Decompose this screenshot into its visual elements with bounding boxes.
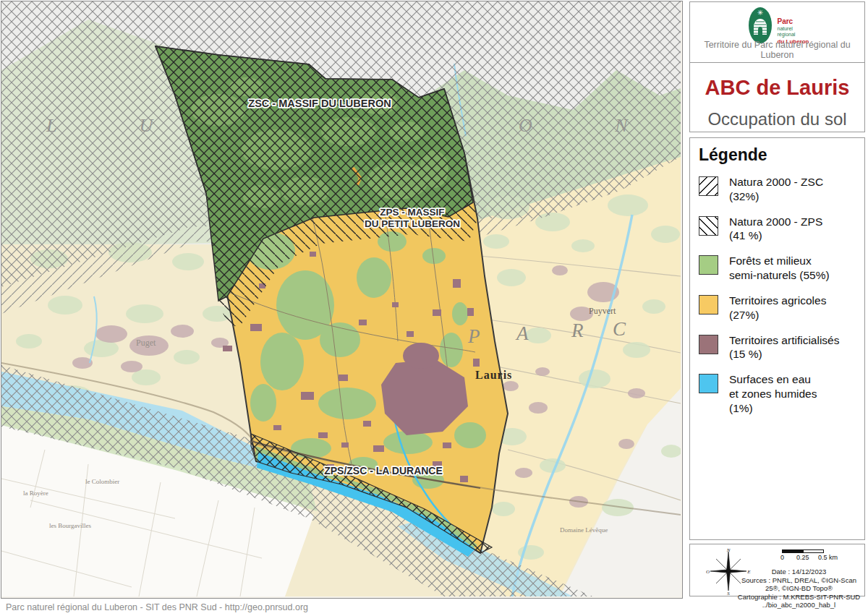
- credits-box: N S E O 0 0.25 0.5 km Date : 14/12/2023 …: [689, 544, 865, 596]
- legend-item: Forêts et milieuxsemi-naturels (55%): [699, 254, 864, 283]
- legend-swatch: [699, 374, 718, 393]
- credit-lines: Date : 14/12/2023 Sources : PNRL, DREAL,…: [736, 568, 861, 609]
- svg-text:R: R: [571, 320, 584, 341]
- map-date: Date : 14/12/2023: [736, 568, 861, 576]
- svg-text:P: P: [467, 325, 480, 347]
- svg-text:C: C: [613, 318, 626, 340]
- svg-text:O: O: [706, 569, 710, 575]
- label-durance: ZPS/ZSC - LA DURANCE: [324, 465, 443, 476]
- legend-item: Natura 2000 - ZPS(41 %): [699, 215, 864, 244]
- pnr-luberon-logo-text: Parc naturel régional du Luberon: [778, 6, 809, 45]
- label-puget: Puget: [136, 338, 156, 348]
- legend-items: Natura 2000 - ZSC(32%)Natura 2000 - ZPS(…: [690, 175, 864, 416]
- map-file: ../bio_abc_n2000_hab_l: [736, 601, 861, 609]
- label-domaine-leveque: Domaine Lévêque: [560, 526, 608, 534]
- legend-item: Territoires agricoles(27%): [699, 294, 864, 322]
- legend-label: Territoires agricoles(27%): [729, 294, 826, 322]
- label-lauris: Lauris: [475, 369, 512, 381]
- page-title: ABC de Lauris: [690, 76, 864, 100]
- legend-item: Natura 2000 - ZSC(32%): [699, 175, 864, 204]
- legend-swatch: [699, 176, 718, 196]
- label-zps-massif-line1: ZPS - MASSIF: [380, 207, 444, 218]
- map-svg: L U B E R O N: [1, 1, 681, 596]
- svg-text:A: A: [515, 322, 529, 344]
- scale-bar: 0 0.25 0.5 km: [762, 549, 848, 560]
- legend-item: Territoires artificialisés(15 %): [699, 333, 864, 362]
- legend-swatch: [699, 335, 718, 354]
- legend-heading: Légende: [699, 145, 864, 165]
- label-la-royere: la Royère: [23, 489, 48, 497]
- logo-box: ✳ Parc naturel régional du Luberon Terri…: [689, 1, 865, 63]
- legend-swatch: [699, 255, 718, 275]
- svg-text:N: N: [726, 547, 731, 553]
- label-les-bourgavilles: les Bourgavilles: [49, 522, 92, 529]
- legend-swatch: [699, 295, 718, 315]
- svg-text:S: S: [727, 591, 730, 596]
- page-subtitle: Occupation du sol: [690, 109, 864, 129]
- svg-text:✳: ✳: [757, 9, 762, 17]
- legend-label: Territoires artificialisés(15 %): [729, 333, 839, 362]
- map-canvas: L U B E R O N: [1, 1, 683, 599]
- legend-swatch: [699, 216, 718, 236]
- label-zsc-massif: ZSC - MASSIF DU LUBERON: [248, 98, 391, 109]
- legend-item: Surfaces en eauet zones humides(1%): [699, 372, 864, 415]
- label-zps-massif-line2: DU PETIT LUBERON: [365, 218, 460, 229]
- label-le-colombier: le Colombier: [85, 478, 119, 485]
- territory-label: Territoire du Parc naturel régional du L…: [690, 40, 864, 60]
- map-cartography: Cartographie : M.KREBS-SIT-PNR-SUD: [736, 593, 861, 602]
- legend-box: Légende Natura 2000 - ZSC(32%)Natura 200…: [689, 137, 865, 540]
- legend-label: Forêts et milieuxsemi-naturels (55%): [729, 254, 830, 283]
- legend-label: Natura 2000 - ZSC(32%): [729, 175, 823, 204]
- legend-label: Natura 2000 - ZPS(41 %): [729, 215, 822, 244]
- title-box: ABC de Lauris Occupation du sol: [689, 62, 865, 132]
- label-puyvert: Puyvert: [589, 306, 616, 316]
- map-sources: Sources : PNRL, DREAL, ©IGN-Scan 25®, ©I…: [736, 576, 861, 593]
- legend-label: Surfaces en eauet zones humides(1%): [729, 372, 817, 415]
- map-attribution: Parc naturel régional du Luberon - SIT d…: [1, 599, 686, 615]
